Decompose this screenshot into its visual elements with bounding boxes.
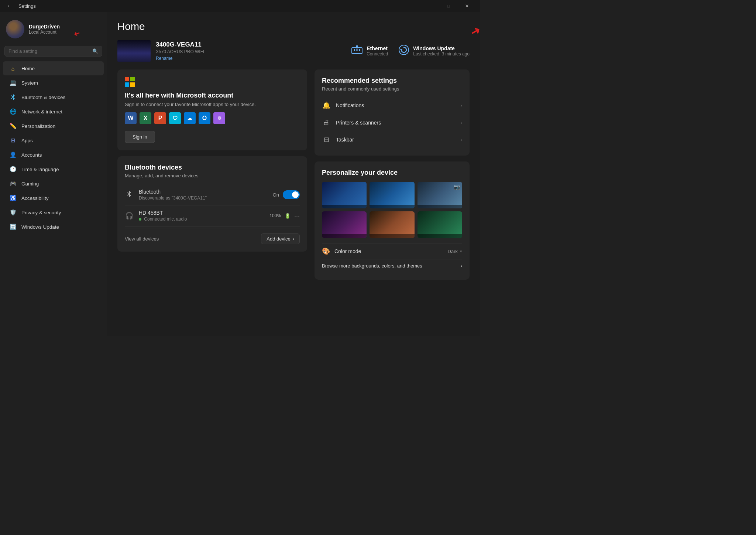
sidebar-label-accounts: Accounts	[21, 152, 42, 158]
system-icon: 💻	[9, 79, 17, 87]
gaming-icon: 🎮	[9, 180, 17, 188]
ms-logo-green	[130, 77, 135, 81]
ethernet-status[interactable]: Ethernet Connected	[351, 44, 388, 58]
device-card: 3400G-VEGA11 X570 AORUS PRO WIFI Rename	[117, 40, 344, 62]
red-arrow-update: ➜	[468, 23, 480, 40]
bluetooth-card-sub: Manage, add, and remove devices	[125, 173, 300, 178]
bluetooth-icon	[9, 93, 17, 101]
sidebar-label-gaming: Gaming	[21, 181, 39, 187]
update-sub: Last checked: 3 minutes ago	[413, 51, 470, 57]
powerpoint-icon: P	[154, 112, 166, 124]
user-name: DurgeDriven	[29, 24, 60, 30]
right-column: Recommended settings Recent and commonly…	[315, 69, 470, 280]
page-title: Home	[117, 21, 470, 33]
sidebar-label-home: Home	[21, 66, 35, 71]
onedrive-icon: ☁	[184, 112, 196, 124]
update-info: Windows Update Last checked: 3 minutes a…	[413, 45, 470, 57]
sidebar-item-time[interactable]: 🕐 Time & language	[3, 162, 104, 176]
wallpaper-3[interactable]: 📷	[417, 182, 462, 208]
sidebar-item-update[interactable]: 🔄 Windows Update	[3, 220, 104, 234]
network-icon: 🌐	[9, 108, 17, 116]
bluetooth-row-right: On	[273, 190, 300, 199]
wallpaper-1[interactable]	[322, 182, 367, 208]
app-title: Settings	[18, 3, 36, 9]
search-box[interactable]: 🔍	[4, 46, 102, 57]
add-device-chevron: ›	[293, 236, 294, 242]
bluetooth-status-label: On	[273, 192, 279, 198]
titlebar-left: ← Settings	[4, 2, 36, 10]
home-icon: ⌂	[9, 64, 17, 72]
maximize-button[interactable]: □	[440, 0, 457, 12]
close-button[interactable]: ✕	[458, 0, 475, 12]
sidebar-item-privacy[interactable]: 🛡️ Privacy & security	[3, 205, 104, 219]
cards-row: It's all here with Microsoft account Sig…	[117, 69, 470, 280]
ms-logo-blue	[125, 82, 129, 87]
back-button[interactable]: ←	[4, 2, 15, 10]
printers-scanners-item[interactable]: 🖨 Printers & scanners ›	[322, 114, 462, 131]
ethernet-label: Ethernet	[367, 45, 388, 51]
color-mode-value: Dark ▾	[448, 249, 462, 254]
view-all-devices-link[interactable]: View all devices	[125, 236, 159, 242]
bluetooth-toggle-row: Bluetooth Discoverable as "3400G-VEGA11"…	[125, 184, 300, 205]
titlebar: ← Settings — □ ✕	[0, 0, 480, 12]
sidebar-item-accessibility[interactable]: ♿ Accessibility	[3, 191, 104, 205]
taskbar-label: Taskbar	[336, 137, 455, 143]
headset-more-button[interactable]: ···	[294, 212, 300, 220]
wallpaper-6[interactable]	[417, 211, 462, 238]
search-icon: 🔍	[92, 48, 98, 54]
top-info-bar: 3400G-VEGA11 X570 AORUS PRO WIFI Rename	[117, 40, 470, 62]
sidebar-item-gaming[interactable]: 🎮 Gaming	[3, 177, 104, 191]
rename-link[interactable]: Rename	[156, 56, 204, 61]
sidebar-item-network[interactable]: 🌐 Network & internet	[3, 105, 104, 119]
headset-icon: 🎧	[125, 212, 134, 220]
add-device-label: Add device	[267, 236, 290, 242]
ethernet-icon	[351, 45, 363, 57]
windows-update-icon	[398, 44, 409, 58]
add-device-button[interactable]: Add device ›	[261, 234, 300, 244]
svg-rect-1	[354, 49, 355, 51]
browse-themes-link[interactable]: Browse more backgrounds, colors, and the…	[322, 259, 462, 272]
connected-dot	[139, 218, 141, 221]
notifications-item[interactable]: 🔔 Notifications ›	[322, 97, 462, 114]
recommended-settings-card: Recommended settings Recent and commonly…	[315, 69, 470, 156]
sidebar-item-home[interactable]: ⌂ Home	[3, 61, 104, 75]
ms-signin-sub: Sign in to connect your favorite Microso…	[125, 102, 300, 107]
sidebar-item-personalization[interactable]: ✏️ Personalization	[3, 119, 104, 133]
headset-info: HD 458BT Connected mic, audio	[139, 210, 264, 222]
taskbar-icon: ⊟	[322, 136, 331, 144]
bluetooth-row-sub: Discoverable as "3400G-VEGA11"	[139, 195, 268, 201]
wallpaper-2[interactable]	[370, 182, 414, 208]
notifications-icon: 🔔	[322, 101, 331, 109]
taskbar-item[interactable]: ⊟ Taskbar ›	[322, 131, 462, 148]
user-profile[interactable]: DurgeDriven Local Account	[0, 16, 107, 46]
printers-chevron: ›	[460, 120, 462, 126]
bluetooth-card-title: Bluetooth devices	[125, 164, 300, 171]
personalization-icon: ✏️	[9, 122, 17, 130]
sign-in-button[interactable]: Sign in	[125, 131, 155, 143]
wallpaper-5[interactable]	[370, 211, 414, 238]
headset-name: HD 458BT	[139, 210, 264, 216]
color-mode-row[interactable]: 🎨 Color mode Dark ▾	[322, 243, 462, 259]
printers-icon: 🖨	[322, 119, 331, 126]
wallpaper-4[interactable]	[322, 211, 367, 238]
bluetooth-toggle[interactable]	[283, 190, 300, 199]
microsoft-signin-card: It's all here with Microsoft account Sig…	[117, 69, 307, 150]
sidebar-item-bluetooth[interactable]: Bluetooth & devices	[3, 90, 104, 104]
minimize-button[interactable]: —	[422, 0, 439, 12]
headset-row: 🎧 HD 458BT Connected mic, audio 100% 🔋 ·	[125, 205, 300, 226]
sidebar-label-bluetooth: Bluetooth & devices	[21, 95, 65, 100]
sidebar-item-system[interactable]: 💻 System	[3, 76, 104, 90]
sidebar-item-apps[interactable]: ⊞ Apps	[3, 133, 104, 147]
windows-update-status[interactable]: Windows Update Last checked: 3 minutes a…	[398, 44, 470, 58]
browse-themes-label: Browse more backgrounds, colors, and the…	[322, 263, 422, 269]
sidebar-item-accounts[interactable]: 👤 Accounts	[3, 148, 104, 162]
ms-logo-yellow	[130, 82, 135, 87]
accounts-icon: 👤	[9, 151, 17, 159]
search-input[interactable]	[8, 48, 89, 54]
sidebar-nav: ⌂ Home 💻 System Bluetooth & devices 🌐 Ne…	[0, 61, 107, 234]
bluetooth-row-info: Bluetooth Discoverable as "3400G-VEGA11"	[139, 189, 268, 201]
defender-icon: 🛡	[169, 112, 181, 124]
device-thumbnail	[117, 40, 151, 62]
bluetooth-card: Bluetooth devices Manage, add, and remov…	[117, 156, 307, 252]
app-body: DurgeDriven Local Account 🔍 ⌂ Home 💻 Sys…	[0, 12, 480, 336]
